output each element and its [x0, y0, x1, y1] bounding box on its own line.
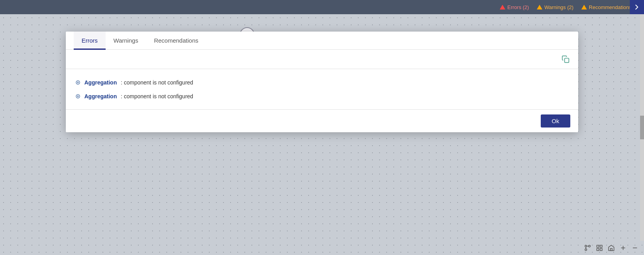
error-bullet-1: ⊛	[75, 79, 80, 86]
tab-errors[interactable]: Errors	[74, 32, 106, 50]
error-link-2[interactable]: Aggregation	[84, 93, 117, 99]
validation-modal: Errors Warnings Recomendations ⊛ Aggrega…	[66, 32, 578, 132]
tab-warnings[interactable]: Warnings	[106, 32, 146, 50]
error-message-2: : component is not configured	[121, 93, 193, 99]
error-message-1: : component is not configured	[121, 79, 193, 86]
error-bullet-2: ⊛	[75, 92, 80, 100]
svg-rect-29	[565, 58, 569, 63]
modal-overlay: Errors Warnings Recomendations ⊛ Aggrega…	[0, 0, 644, 255]
modal-footer: Ok	[66, 109, 578, 132]
copy-icon	[562, 55, 570, 63]
error-item-2: ⊛ Aggregation: component is not configur…	[75, 89, 569, 103]
modal-tabs: Errors Warnings Recomendations	[66, 32, 578, 50]
modal-error-list: ⊛ Aggregation: component is not configur…	[66, 69, 578, 109]
tab-recommendations[interactable]: Recomendations	[146, 32, 207, 50]
copy-button[interactable]	[559, 53, 572, 66]
ok-button[interactable]: Ok	[541, 114, 570, 128]
error-link-1[interactable]: Aggregation	[84, 79, 117, 86]
modal-toolbar	[66, 50, 578, 69]
error-item-1: ⊛ Aggregation: component is not configur…	[75, 75, 569, 89]
